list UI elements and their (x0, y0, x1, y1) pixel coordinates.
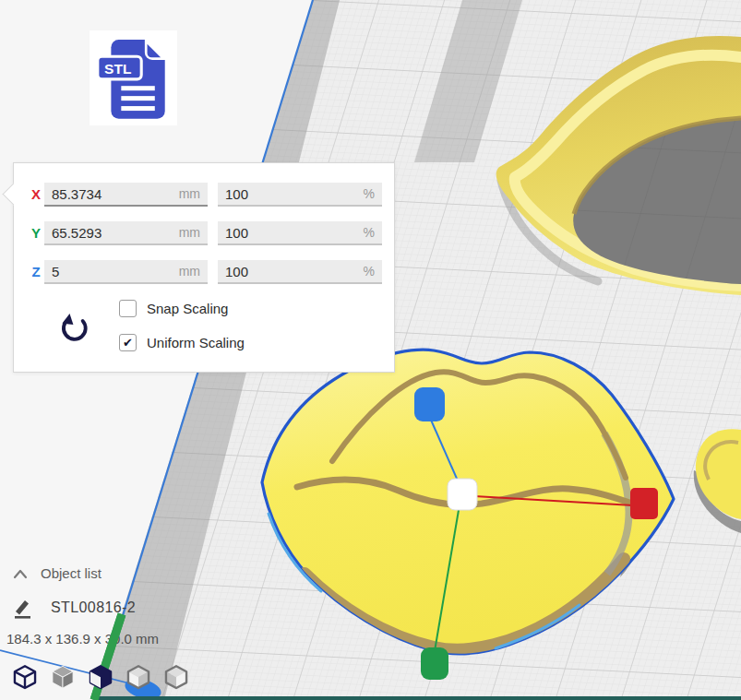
snap-scaling-label: Snap Scaling (147, 301, 228, 316)
z-percent-unit: % (364, 264, 375, 279)
object-list-header[interactable]: Object list (41, 565, 102, 581)
y-size-field[interactable]: mm (44, 221, 208, 245)
axis-y-label: Y (27, 221, 45, 245)
y-percent-input[interactable] (225, 225, 364, 241)
x-size-input[interactable] (52, 186, 179, 202)
z-size-input[interactable] (52, 264, 179, 279)
reset-scale-button[interactable] (58, 314, 90, 345)
x-percent-field[interactable]: % (218, 183, 382, 207)
front-view-button[interactable] (47, 658, 78, 697)
uniform-scaling-checkbox[interactable]: ✔ (119, 334, 137, 351)
scale-handle-center[interactable] (448, 479, 477, 510)
scale-handle-x[interactable] (630, 488, 658, 519)
y-percent-field[interactable]: % (218, 221, 382, 245)
scale-handle-y[interactable] (421, 647, 448, 680)
stl-file-thumbnail: STL (90, 30, 177, 125)
stl-file-icon: STL (96, 34, 172, 123)
x-percent-input[interactable] (225, 186, 364, 202)
model-dimensions: 184.3 x 136.9 x 30.0 mm (6, 631, 159, 647)
uniform-scaling-option[interactable]: ✔ Uniform Scaling (119, 333, 245, 351)
x-percent-unit: % (364, 186, 375, 201)
uniform-scaling-label: Uniform Scaling (147, 335, 245, 350)
3d-viewport[interactable]: Object list STL00816-2 184.3 x 136.9 x 3… (0, 0, 741, 700)
scale-row-y: Y mm % (14, 221, 394, 245)
axis-x-label: X (27, 183, 45, 207)
z-unit-label: mm (179, 264, 200, 279)
3d-view-button[interactable] (9, 658, 41, 697)
y-percent-unit: % (364, 225, 375, 240)
right-view-button[interactable] (161, 658, 192, 697)
scaling-options: Snap Scaling ✔ Uniform Scaling (119, 299, 245, 367)
left-view-button[interactable] (123, 658, 154, 697)
snap-scaling-checkbox[interactable] (119, 300, 137, 317)
x-unit-label: mm (179, 186, 200, 201)
scale-row-z: Z mm % (14, 260, 394, 284)
pencil-icon (12, 598, 32, 620)
camera-view-toolbar (9, 658, 192, 697)
object-list-item[interactable]: STL00816-2 (51, 599, 136, 616)
chevron-up-icon[interactable] (12, 568, 29, 579)
scale-handle-z[interactable] (414, 387, 445, 421)
z-size-field[interactable]: mm (44, 260, 208, 284)
scale-tool-panel: X mm % Y mm % Z mm (13, 162, 395, 373)
snap-scaling-option[interactable]: Snap Scaling (119, 299, 245, 317)
axis-z-label: Z (27, 260, 45, 284)
window-bottom-edge (95, 696, 741, 700)
z-percent-input[interactable] (225, 264, 364, 279)
x-size-field[interactable]: mm (44, 183, 208, 207)
scale-row-x: X mm % (14, 183, 394, 207)
y-size-input[interactable] (52, 225, 179, 241)
svg-text:STL: STL (104, 60, 131, 76)
z-percent-field[interactable]: % (218, 260, 382, 284)
top-view-button[interactable] (85, 658, 116, 697)
y-unit-label: mm (179, 225, 200, 240)
